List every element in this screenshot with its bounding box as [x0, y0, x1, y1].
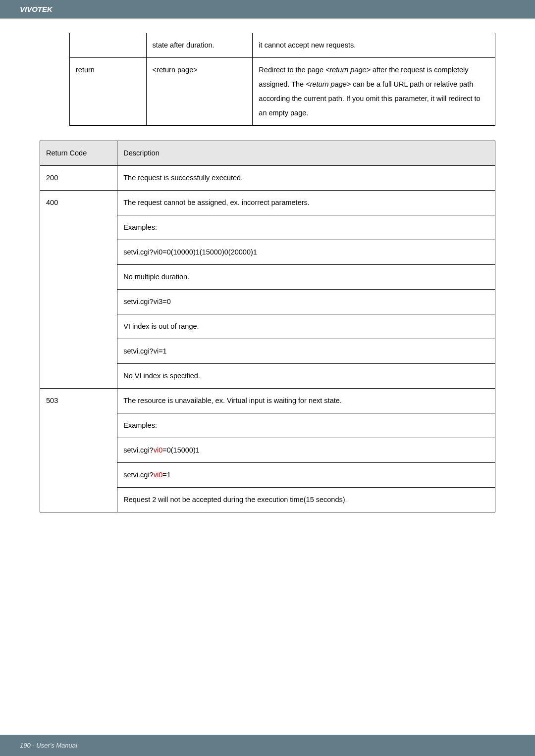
desc-text: setvi.cgi? — [123, 471, 153, 479]
page-footer: 190 - User's Manual — [0, 735, 535, 756]
code-cell-empty — [40, 290, 117, 314]
parameter-table: state after duration. it cannot accept n… — [69, 33, 495, 126]
table-row: setvi.cgi?vi=1 — [40, 339, 495, 364]
code-cell-empty — [40, 364, 117, 389]
code-cell-empty — [40, 413, 117, 438]
param-name-cell: return — [70, 58, 147, 126]
desc-text: setvi.cgi? — [123, 446, 153, 454]
desc-cell: VI index is out of range. — [117, 314, 495, 339]
code-cell-empty — [40, 463, 117, 488]
code-cell-empty — [40, 215, 117, 240]
table-row: 503 The resource is unavailable, ex. Vir… — [40, 389, 495, 413]
desc-text: =0(15000)1 — [162, 446, 200, 454]
desc-cell: The request cannot be assigned, ex. inco… — [117, 191, 495, 215]
page-header: VIVOTEK — [0, 0, 535, 18]
desc-cell: Request 2 will not be accepted during th… — [117, 488, 495, 512]
code-cell-empty — [40, 240, 117, 265]
table-row: setvi.cgi?vi0=1 — [40, 463, 495, 488]
footer-text: 190 - User's Manual — [20, 742, 77, 749]
param-value-cell: <return page> — [146, 58, 253, 126]
desc-cell: Examples: — [117, 413, 495, 438]
desc-cell: No VI index is specified. — [117, 364, 495, 389]
code-cell-empty — [40, 265, 117, 290]
page-content: state after duration. it cannot accept n… — [0, 33, 535, 512]
table-row: Examples: — [40, 413, 495, 438]
table-row: setvi.cgi?vi0=0(15000)1 — [40, 438, 495, 463]
header-divider — [0, 18, 535, 19]
code-cell-empty — [40, 488, 117, 512]
desc-text: Redirect to the page — [259, 66, 325, 74]
table-row: return <return page> Redirect to the pag… — [70, 58, 495, 126]
code-cell: 400 — [40, 191, 117, 215]
code-cell-empty — [40, 314, 117, 339]
desc-cell: setvi.cgi?vi0=0(15000)1 — [117, 438, 495, 463]
code-cell-empty — [40, 339, 117, 364]
desc-cell: setvi.cgi?vi3=0 — [117, 290, 495, 314]
param-name-cell — [70, 33, 147, 58]
desc-text: =1 — [162, 471, 171, 479]
desc-cell: Examples: — [117, 215, 495, 240]
table-row: No multiple duration. — [40, 265, 495, 290]
brand-text: VIVOTEK — [20, 5, 53, 13]
code-cell: 200 — [40, 166, 117, 191]
table-row: state after duration. it cannot accept n… — [70, 33, 495, 58]
code-cell: 503 — [40, 389, 117, 413]
table-row: VI index is out of range. — [40, 314, 495, 339]
desc-italic: <return page> — [306, 80, 351, 88]
desc-italic: <return page> — [325, 66, 371, 74]
param-value-cell: state after duration. — [146, 33, 253, 58]
param-desc-cell: Redirect to the page <return page> after… — [253, 58, 495, 126]
table-header-row: Return Code Description — [40, 141, 495, 166]
code-cell-empty — [40, 438, 117, 463]
table-row: Examples: — [40, 215, 495, 240]
desc-red: vi0 — [154, 471, 163, 479]
header-return-code: Return Code — [40, 141, 117, 166]
desc-cell: setvi.cgi?vi=1 — [117, 339, 495, 364]
desc-cell: No multiple duration. — [117, 265, 495, 290]
table-row: No VI index is specified. — [40, 364, 495, 389]
table-row: 200 The request is successfully executed… — [40, 166, 495, 191]
param-desc-cell: it cannot accept new requests. — [253, 33, 495, 58]
desc-cell: The request is successfully executed. — [117, 166, 495, 191]
table-row: setvi.cgi?vi0=0(10000)1(15000)0(20000)1 — [40, 240, 495, 265]
desc-cell: setvi.cgi?vi0=0(10000)1(15000)0(20000)1 — [117, 240, 495, 265]
table-row: 400 The request cannot be assigned, ex. … — [40, 191, 495, 215]
desc-cell: setvi.cgi?vi0=1 — [117, 463, 495, 488]
desc-cell: The resource is unavailable, ex. Virtual… — [117, 389, 495, 413]
header-description: Description — [117, 141, 495, 166]
table-row: Request 2 will not be accepted during th… — [40, 488, 495, 512]
desc-red: vi0 — [154, 446, 163, 454]
table-row: setvi.cgi?vi3=0 — [40, 290, 495, 314]
return-code-table: Return Code Description 200 The request … — [40, 141, 495, 512]
